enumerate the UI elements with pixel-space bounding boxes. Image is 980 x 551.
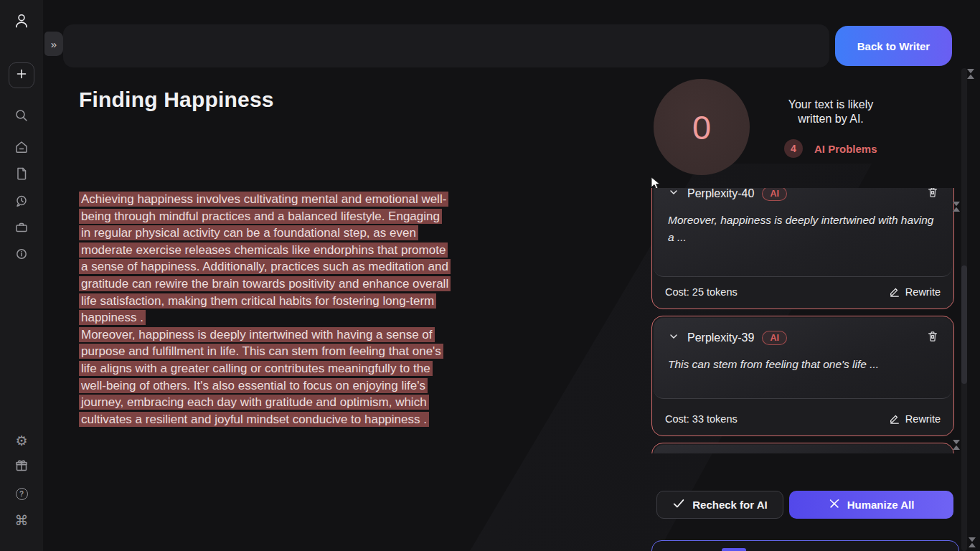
command-icon: ⌘ xyxy=(15,514,29,527)
delete-card-button[interactable] xyxy=(926,330,939,346)
gear-icon: ⚙ xyxy=(15,434,27,448)
rewrite-label: Rewrite xyxy=(905,286,941,298)
gift-icon xyxy=(14,458,29,476)
bottom-panel[interactable] xyxy=(651,540,959,551)
sidebar-item-rewards[interactable] xyxy=(13,458,30,476)
sidebar-item-history[interactable] xyxy=(13,194,30,211)
flagged-sentence-quote: This can stem from feeling that one's li… xyxy=(668,356,938,373)
rewrite-button[interactable]: Rewrite xyxy=(889,413,941,426)
card-cost: Cost: 33 tokens xyxy=(665,413,738,425)
plus-icon xyxy=(15,67,28,83)
home-icon xyxy=(14,139,29,158)
briefcase-icon xyxy=(14,220,29,238)
problem-card xyxy=(651,443,954,453)
recheck-label: Recheck for AI xyxy=(692,499,767,511)
sidebar-item-documents[interactable] xyxy=(13,166,30,184)
problem-cards-list[interactable]: Perplexity-40 AI Moreover, happiness is … xyxy=(651,188,954,453)
hourglass-icon xyxy=(966,68,975,80)
rewrite-button[interactable]: Rewrite xyxy=(889,286,941,299)
humanize-label: Humanize All xyxy=(847,499,915,511)
document-icon xyxy=(14,166,29,184)
problems-link[interactable]: AI Problems xyxy=(814,143,877,155)
sidebar-item-shortcuts[interactable]: ⌘ xyxy=(13,512,30,529)
hourglass-icon xyxy=(968,537,976,548)
scrollbar-thumb[interactable] xyxy=(961,265,967,384)
magic-wand-icon xyxy=(829,498,840,512)
hourglass-icon xyxy=(952,201,961,212)
new-document-button[interactable] xyxy=(9,62,34,88)
card-cost: Cost: 25 tokens xyxy=(665,286,738,298)
sidebar-item-home[interactable] xyxy=(13,140,30,157)
ai-score-circle: 0 xyxy=(654,79,750,175)
check-icon xyxy=(672,497,685,512)
user-icon xyxy=(13,12,30,32)
app-window: ⚙ ? ⌘ » ∞ Tokens AI DETECTION BYPASS Ori… xyxy=(0,0,980,551)
flagged-sentence-quote: Moreover, happiness is deeply intertwine… xyxy=(668,212,938,246)
top-toolbar xyxy=(63,24,829,67)
humanize-all-button[interactable]: Humanize All xyxy=(789,491,953,519)
history-clock-icon xyxy=(14,193,29,212)
back-to-writer-label: Back to Writer xyxy=(857,40,930,52)
info-icon xyxy=(14,246,29,265)
back-to-writer-button[interactable]: Back to Writer xyxy=(835,26,952,66)
problem-card-title: Perplexity-40 xyxy=(687,188,754,200)
ai-score-value: 0 xyxy=(692,108,711,147)
sidebar: ⚙ ? ⌘ xyxy=(0,0,43,551)
document-text[interactable]: Achieving happiness involves cultivating… xyxy=(79,191,452,428)
bottom-panel-chip xyxy=(722,548,746,551)
ai-badge: AI xyxy=(762,331,787,345)
chevron-down-icon[interactable] xyxy=(668,188,679,201)
delete-card-button[interactable] xyxy=(926,188,939,202)
document-title[interactable]: Finding Happiness xyxy=(79,88,274,112)
problem-card-title: Perplexity-39 xyxy=(687,331,754,344)
pencil-icon xyxy=(889,413,900,426)
search-icon xyxy=(14,108,29,126)
sidebar-item-info[interactable] xyxy=(13,247,30,264)
verdict-text: Your text is likely written by AI. xyxy=(777,98,885,126)
highlighted-sentence[interactable]: Achieving happiness involves cultivating… xyxy=(79,192,451,325)
double-chevron-icon: » xyxy=(51,38,57,50)
scrollbar-track[interactable] xyxy=(961,68,967,551)
sidebar-collapse-button[interactable]: » xyxy=(44,32,63,56)
hourglass-icon xyxy=(952,439,961,451)
sidebar-item-tools[interactable] xyxy=(13,220,30,237)
profile-button[interactable] xyxy=(13,14,30,31)
rewrite-label: Rewrite xyxy=(905,413,941,425)
problem-card: Perplexity-39 AI This can stem from feel… xyxy=(651,316,954,436)
problem-card: Perplexity-40 AI Moreover, happiness is … xyxy=(651,188,954,309)
problems-count-badge: 4 xyxy=(784,139,803,158)
highlighted-sentence[interactable]: Moreover, happiness is deeply intertwine… xyxy=(79,327,443,427)
help-icon: ? xyxy=(16,488,28,500)
pencil-icon xyxy=(889,286,900,299)
sidebar-item-settings[interactable]: ⚙ xyxy=(13,432,30,449)
sidebar-item-help[interactable]: ? xyxy=(13,485,30,502)
sidebar-item-search[interactable] xyxy=(13,108,30,126)
recheck-for-ai-button[interactable]: Recheck for AI xyxy=(656,491,783,519)
ai-badge: AI xyxy=(762,188,787,201)
chevron-down-icon[interactable] xyxy=(668,331,679,345)
